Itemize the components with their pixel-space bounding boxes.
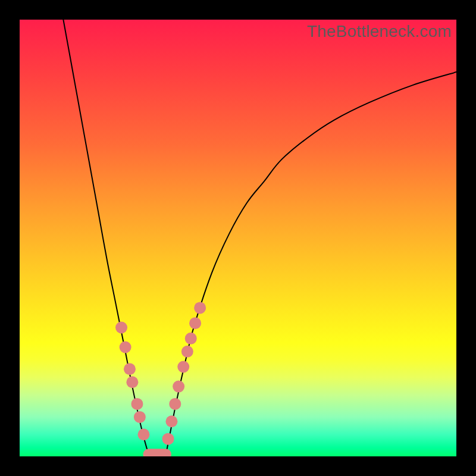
plot-area: TheBottleneck.com xyxy=(20,20,456,456)
highlight-dot xyxy=(165,415,177,427)
highlight-dot xyxy=(126,376,138,388)
highlight-dot xyxy=(134,411,146,423)
highlight-dots-right xyxy=(162,302,206,444)
highlight-dot xyxy=(162,433,174,445)
highlight-dot xyxy=(181,346,193,358)
highlight-dot xyxy=(137,428,149,440)
highlight-dot xyxy=(120,342,131,353)
highlight-dot xyxy=(115,321,127,333)
highlight-dot xyxy=(169,398,181,410)
chart-frame: TheBottleneck.com xyxy=(0,0,476,476)
highlight-dot xyxy=(177,361,189,373)
highlight-dot xyxy=(124,363,136,375)
highlight-dot xyxy=(173,381,184,393)
curve-right-branch xyxy=(166,72,456,454)
curve-layer xyxy=(20,20,456,456)
highlight-dot xyxy=(194,302,206,314)
highlight-dot xyxy=(131,398,143,410)
curve-left-branch xyxy=(63,20,148,454)
watermark-text: TheBottleneck.com xyxy=(307,22,452,41)
highlight-dot xyxy=(185,333,197,345)
highlight-dots-left xyxy=(115,321,149,440)
highlight-dot xyxy=(189,317,201,329)
